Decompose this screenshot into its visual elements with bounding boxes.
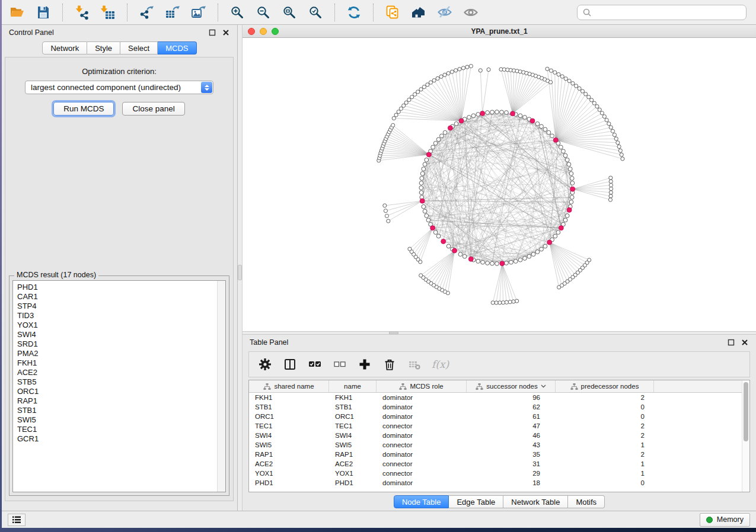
table-cell-predecessor-nodes: 2 [556, 431, 654, 440]
table-row[interactable]: ORC1ORC1dominator610 [249, 412, 742, 421]
mcds-list-item[interactable]: STP4 [17, 302, 217, 311]
zoom-in-button[interactable] [227, 2, 248, 23]
mcds-list-item[interactable]: FKH1 [17, 358, 217, 368]
toolbar-separator [373, 4, 374, 21]
first-neighbors-button[interactable] [408, 2, 429, 23]
table-row[interactable]: SWI4SWI4dominator462 [249, 431, 742, 440]
close-table-panel-button[interactable] [741, 338, 749, 347]
table-row[interactable]: FKH1FKH1dominator962 [249, 393, 742, 402]
trash-icon [383, 358, 396, 371]
toolbar-separator [334, 4, 335, 21]
column-header-shared-name[interactable]: shared name [249, 380, 329, 392]
show-column-panel-button[interactable] [282, 357, 298, 372]
table-scrollbar[interactable] [742, 380, 749, 492]
tab-style[interactable]: Style [87, 41, 120, 55]
delete-table-button[interactable] [407, 357, 422, 372]
mcds-list-item[interactable]: TID3 [17, 311, 217, 321]
tab-select[interactable]: Select [120, 41, 158, 55]
zoom-selected-button[interactable] [305, 2, 326, 23]
search-input[interactable] [595, 7, 741, 17]
search-box[interactable] [577, 5, 747, 20]
zoom-fit-button[interactable] [279, 2, 300, 23]
memory-status-dot-icon [706, 517, 713, 523]
table-cell-predecessor-nodes: 2 [556, 450, 654, 459]
table-options-button[interactable] [257, 357, 273, 372]
float-panel-button[interactable] [208, 28, 216, 37]
function-builder-button[interactable]: f(x) [432, 357, 449, 372]
table-row[interactable]: STB1STB1dominator620 [249, 402, 742, 412]
mcds-list-item[interactable]: PMA2 [17, 349, 217, 358]
zoom-out-button[interactable] [253, 2, 274, 23]
save-session-button[interactable] [33, 2, 54, 23]
float-table-panel-button[interactable] [727, 338, 735, 347]
table-row[interactable]: YOX1YOX1connector291 [249, 469, 742, 478]
mcds-list-item[interactable]: RAP1 [17, 396, 217, 406]
column-header-predecessor-nodes[interactable]: predecessor nodes [556, 380, 654, 392]
mcds-list-item[interactable]: SWI5 [17, 415, 217, 425]
table-row[interactable]: PHD1PHD1dominator180 [249, 478, 742, 488]
table-cell-shared-name: YOX1 [249, 469, 329, 478]
horizontal-splitter[interactable] [243, 331, 756, 335]
mcds-list-item[interactable]: YOX1 [17, 321, 217, 330]
mcds-list-item[interactable]: GCR1 [17, 434, 217, 444]
tab-network-table[interactable]: Network Table [503, 495, 568, 508]
mcds-list-item[interactable]: STB5 [17, 377, 217, 387]
control-panel-title: Control Panel [9, 28, 54, 37]
table-row[interactable]: ACE2ACE2connector311 [249, 459, 742, 469]
column-header-mcds-role[interactable]: MCDS role [377, 380, 467, 392]
open-file-button[interactable] [7, 2, 28, 23]
table-row[interactable]: SWI5SWI5connector431 [249, 440, 742, 450]
mcds-list-item[interactable]: ACE2 [17, 368, 217, 377]
export-network-button[interactable] [136, 2, 157, 23]
table-row[interactable]: TEC1TEC1connector472 [249, 421, 742, 431]
mcds-list-item[interactable]: TEC1 [17, 425, 217, 434]
import-table-button[interactable] [97, 2, 119, 23]
horizontal-splitter-handle[interactable] [389, 332, 398, 334]
vertical-splitter-handle[interactable] [238, 265, 242, 280]
deselect-all-columns-button[interactable] [332, 357, 347, 372]
duplicate-network-button[interactable] [382, 2, 403, 23]
tab-motifs[interactable]: Motifs [568, 495, 605, 508]
mcds-list-item[interactable]: ORC1 [17, 387, 217, 396]
optimization-criterion-select[interactable]: largest connected component (undirected) [25, 81, 213, 94]
table-cell-shared-name: PHD1 [249, 478, 329, 488]
close-panel-button[interactable]: Close panel [122, 102, 184, 116]
network-canvas[interactable] [243, 38, 756, 331]
table-scrollbar-thumb[interactable] [744, 382, 748, 441]
close-panel-x-button[interactable] [222, 28, 230, 37]
split-columns-icon [283, 358, 296, 371]
mcds-result-groupbox: MCDS result (17 nodes) PHD1CAR1STP4TID3Y… [9, 275, 229, 496]
fx-icon: f(x) [432, 358, 449, 370]
task-history-button[interactable] [8, 514, 25, 526]
vertical-splitter[interactable] [237, 25, 243, 511]
mcds-list-item[interactable]: STB1 [17, 406, 217, 415]
mcds-list-item[interactable]: CAR1 [17, 292, 217, 302]
memory-button[interactable]: Memory [700, 513, 750, 527]
column-header-name[interactable]: name [329, 380, 377, 392]
tab-node-table[interactable]: Node Table [394, 495, 449, 508]
import-network-button[interactable] [71, 2, 92, 23]
mcds-list-item[interactable]: SWI4 [17, 330, 217, 339]
table-header-row: shared namenameMCDS rolesuccessor nodesp… [249, 380, 742, 393]
export-table-button[interactable] [162, 2, 183, 23]
delete-column-button[interactable] [382, 357, 397, 372]
table-cell-predecessor-nodes: 1 [556, 440, 654, 450]
column-header-successor-nodes[interactable]: successor nodes [467, 380, 556, 392]
show-all-button[interactable] [460, 2, 481, 23]
mcds-list-item[interactable]: PHD1 [17, 283, 217, 292]
tab-network[interactable]: Network [42, 41, 87, 55]
maximize-window-light[interactable] [272, 28, 279, 35]
minimize-window-light[interactable] [260, 28, 267, 35]
mcds-list-item[interactable]: SRD1 [17, 339, 217, 349]
hide-selected-button[interactable] [434, 2, 455, 23]
tab-mcds[interactable]: MCDS [158, 41, 196, 55]
export-image-button[interactable] [188, 2, 209, 23]
tab-edge-table[interactable]: Edge Table [449, 495, 503, 508]
refresh-view-button[interactable] [343, 2, 365, 23]
add-column-button[interactable] [357, 357, 372, 372]
table-row[interactable]: RAP1RAP1dominator352 [249, 450, 742, 459]
mcds-list-scrollbar[interactable] [217, 281, 225, 492]
select-all-columns-button[interactable] [307, 357, 323, 372]
run-mcds-button[interactable]: Run MCDS [53, 102, 114, 116]
close-window-light[interactable] [248, 28, 255, 35]
